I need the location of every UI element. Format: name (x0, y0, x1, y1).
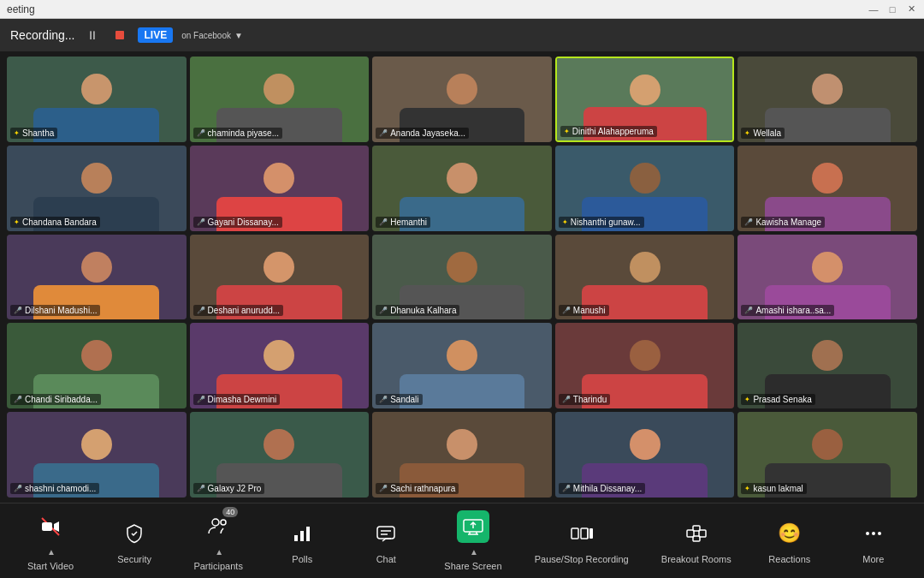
participant-name: ✦Nishanthi gunaw... (559, 217, 644, 228)
participant-name: ✦Shantha (10, 128, 57, 139)
video-tile[interactable]: 🎤Galaxy J2 Pro (190, 412, 370, 498)
pause-stop-recording-button[interactable]: Pause/Stop Recording (535, 517, 629, 564)
participants-caret[interactable]: ▲ (215, 547, 223, 557)
participant-name: 🎤Dilshani Madushi... (10, 305, 100, 316)
video-tile[interactable]: ✦kasun lakmal (737, 412, 917, 498)
participant-name: 🎤Chandi Siribadda... (10, 394, 101, 405)
svg-rect-7 (306, 527, 310, 541)
svg-rect-5 (294, 535, 298, 541)
participant-name: 🎤Hemanthi (376, 217, 430, 228)
video-tile[interactable]: ✦Chandana Bandara (7, 146, 187, 231)
muted-mic-icon: 🎤 (197, 485, 205, 492)
share-screen-caret[interactable]: ▲ (470, 547, 478, 557)
participants-button[interactable]: 40 ▲ Participants (192, 510, 244, 571)
video-tile[interactable]: 🎤shashni chamodi... (7, 412, 187, 498)
video-tile[interactable]: 🎤Dimasha Dewmini (190, 323, 370, 408)
svg-point-4 (221, 520, 226, 525)
svg-point-3 (212, 519, 219, 526)
host-icon: ✦ (744, 485, 750, 492)
participant-name: 🎤chaminda piyase... (193, 128, 282, 139)
video-tile[interactable]: ✦Wellala (737, 57, 917, 142)
svg-point-21 (872, 532, 875, 535)
participant-name: 🎤Kawisha Manage (741, 217, 825, 228)
participant-name: ✦Prasad Senaka (741, 394, 814, 405)
reactions-button[interactable]: 😊 Reactions (764, 517, 815, 564)
participant-name: 🎤Galaxy J2 Pro (193, 483, 265, 494)
video-tile[interactable]: 🎤Ananda Jayaseka... (372, 57, 552, 142)
share-screen-button[interactable]: ▲ Share Screen (444, 510, 501, 571)
video-tile[interactable]: ✦Shantha (7, 57, 187, 142)
chat-button[interactable]: Chat (360, 517, 412, 564)
title-bar: eeting — □ ✕ (0, 0, 924, 19)
window-controls: — □ ✕ (868, 3, 917, 15)
video-tile[interactable]: 🎤Gayani Dissanay... (190, 146, 370, 231)
video-tile[interactable]: ✦Nishanthi gunaw... (555, 146, 735, 231)
host-icon: ✦ (562, 218, 568, 226)
video-tile[interactable]: 🎤Tharindu (555, 323, 735, 408)
video-tile[interactable]: 🎤Deshani anurudd... (190, 235, 370, 320)
muted-mic-icon: 🎤 (379, 396, 388, 403)
participant-name: 🎤Deshani anurudd... (193, 305, 284, 316)
participant-name: 🎤Mithila Dissanay... (559, 483, 645, 494)
recording-pause-button[interactable]: ⏸ (83, 26, 102, 45)
video-tile[interactable]: 🎤Dhanuka Kalhara (372, 235, 552, 320)
muted-mic-icon: 🎤 (197, 218, 205, 226)
video-tile[interactable]: 🎤Sachi rathnapura (372, 412, 552, 498)
svg-rect-8 (377, 527, 394, 539)
breakout-rooms-button[interactable]: Breakout Rooms (661, 517, 732, 564)
video-tile[interactable]: 🎤Kawisha Manage (737, 146, 917, 231)
participant-name: 🎤Tharindu (559, 394, 610, 405)
svg-rect-6 (300, 531, 304, 541)
facebook-caret-icon[interactable]: ▼ (234, 31, 243, 40)
polls-button[interactable]: Polls (276, 517, 328, 564)
svg-rect-12 (572, 528, 578, 539)
security-button[interactable]: Security (109, 517, 160, 564)
participant-name: ✦Chandana Bandara (10, 217, 100, 228)
participant-name: 🎤Ananda Jayaseka... (376, 128, 469, 139)
participant-name: 🎤Gayani Dissanay... (193, 217, 282, 228)
participant-name: 🎤Dimasha Dewmini (193, 394, 281, 405)
video-tile[interactable]: 🎤Manushi (555, 235, 735, 320)
start-video-button[interactable]: ▲ Start Video (25, 510, 76, 571)
minimize-button[interactable]: — (868, 3, 880, 15)
video-tile[interactable]: 🎤Dilshani Madushi... (7, 235, 187, 320)
muted-mic-icon: 🎤 (14, 307, 22, 314)
start-video-caret[interactable]: ▲ (47, 547, 56, 557)
svg-point-22 (878, 532, 881, 535)
video-grid: ✦Shantha🎤chaminda piyase...🎤Ananda Jayas… (0, 51, 924, 503)
video-tile[interactable]: ✦Prasad Senaka (737, 323, 917, 408)
svg-rect-1 (42, 522, 52, 531)
close-button[interactable]: ✕ (905, 3, 917, 15)
muted-mic-icon: 🎤 (562, 396, 571, 403)
svg-rect-13 (581, 528, 588, 539)
video-tile[interactable]: 🎤Sandali (372, 323, 552, 408)
muted-mic-icon: 🎤 (744, 307, 753, 314)
maximize-button[interactable]: □ (886, 3, 898, 15)
host-icon: ✦ (744, 129, 750, 137)
recording-stop-button[interactable] (110, 26, 129, 45)
window-title: eeting (7, 3, 868, 15)
muted-mic-icon: 🎤 (562, 485, 571, 492)
video-tile[interactable]: 🎤chaminda piyase... (190, 57, 370, 142)
participant-name: ✦Wellala (741, 128, 785, 139)
svg-rect-15 (589, 528, 593, 539)
muted-mic-icon: 🎤 (562, 307, 571, 314)
muted-mic-icon: 🎤 (197, 396, 205, 403)
video-tile[interactable]: 🎤Hemanthi (372, 146, 552, 231)
video-tile[interactable]: ✦Dinithi Alahapperuma (555, 57, 735, 142)
recording-status: Recording... (10, 28, 74, 42)
more-button[interactable]: More (848, 517, 899, 564)
muted-mic-icon: 🎤 (744, 218, 753, 226)
participant-name: 🎤Sandali (376, 394, 422, 405)
participant-name: 🎤Manushi (559, 305, 609, 316)
video-tile[interactable]: 🎤Amashi ishara..sa... (737, 235, 917, 320)
muted-mic-icon: 🎤 (379, 485, 388, 492)
participant-name: ✦Dinithi Alahapperuma (560, 126, 657, 137)
video-tile[interactable]: 🎤Mithila Dissanay... (555, 412, 735, 498)
muted-mic-icon: 🎤 (14, 485, 22, 492)
muted-mic-icon: 🎤 (197, 307, 205, 314)
video-tile[interactable]: 🎤Chandi Siribadda... (7, 323, 187, 408)
participant-name: ✦kasun lakmal (741, 483, 806, 494)
live-badge: LIVE (138, 27, 173, 43)
muted-mic-icon: 🎤 (197, 129, 205, 137)
